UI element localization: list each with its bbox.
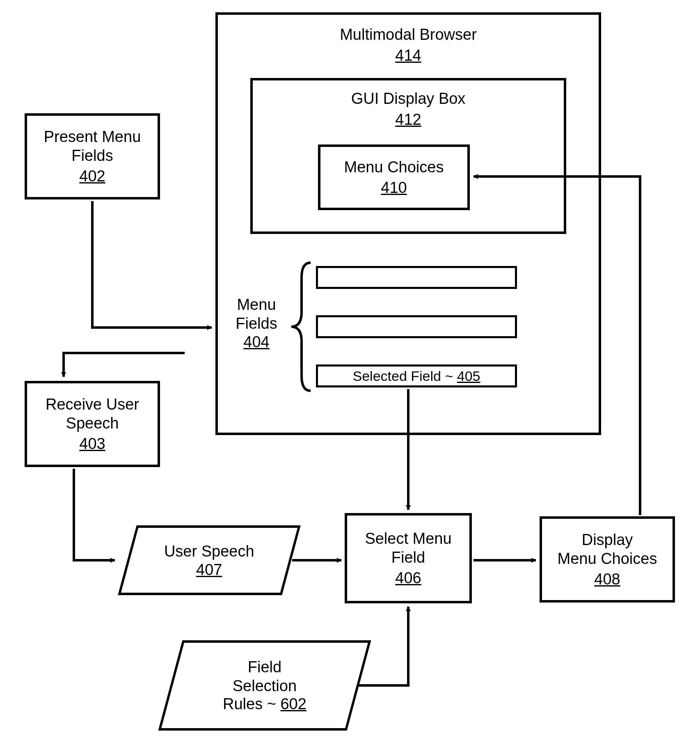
menu-choices-ref: 410 <box>381 179 407 197</box>
menu-fields-ref: 404 <box>243 333 269 351</box>
user-speech-box: User Speech 407 <box>118 525 301 595</box>
gui-title: GUI Display Box <box>351 89 466 108</box>
menu-field-2 <box>316 315 517 338</box>
menu-fields-title: Menu Fields <box>236 296 277 332</box>
menu-field-1 <box>316 266 517 289</box>
multimodal-browser-title: Multimodal Browser <box>340 25 477 44</box>
receive-user-speech-box: Receive User Speech 403 <box>25 381 160 467</box>
present-menu-fields-box: Present Menu Fields 402 <box>25 113 160 199</box>
display-choices-title: Display Menu Choices <box>558 531 657 568</box>
receive-speech-title: Receive User Speech <box>46 395 139 433</box>
multimodal-browser-ref: 414 <box>395 47 421 64</box>
select-menu-field-box: Select Menu Field 406 <box>345 513 472 603</box>
display-menu-choices-box: Display Menu Choices 408 <box>540 516 675 603</box>
present-menu-title: Present Menu Fields <box>44 128 141 165</box>
field-rules-title: Field Selection <box>223 658 307 695</box>
menu-fields-label: Menu Fields 404 <box>226 296 287 352</box>
select-menu-title: Select Menu Field <box>365 529 451 567</box>
menu-field-3-selected: Selected Field ~ 405 <box>316 364 517 387</box>
field-selection-rules-box: Field Selection Rules ~ 602 <box>158 640 371 731</box>
user-speech-ref: 407 <box>196 561 222 578</box>
select-menu-ref: 406 <box>395 569 421 587</box>
present-menu-ref: 402 <box>79 167 105 185</box>
field-rules-ref-line: Rules ~ 602 <box>223 695 307 713</box>
receive-speech-ref: 403 <box>79 435 105 453</box>
gui-ref: 412 <box>395 111 421 128</box>
display-choices-ref: 408 <box>594 571 620 588</box>
selected-field-text: Selected Field ~ 405 <box>353 368 480 384</box>
menu-choices-title: Menu Choices <box>344 158 444 177</box>
menu-choices-box: Menu Choices 410 <box>318 144 470 210</box>
user-speech-title: User Speech <box>164 542 254 561</box>
